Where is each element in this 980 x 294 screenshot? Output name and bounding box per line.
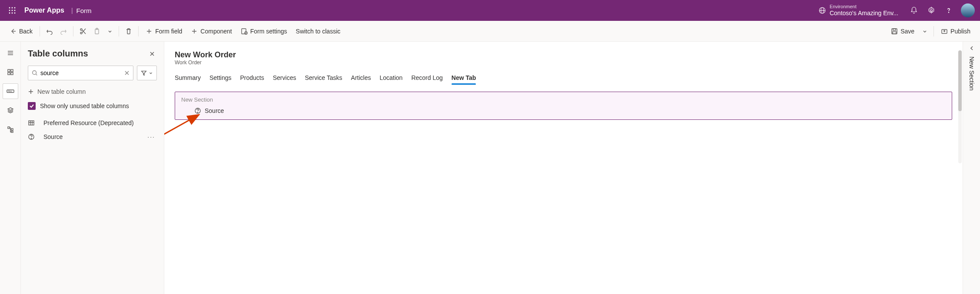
paste-dropdown[interactable] xyxy=(104,26,116,36)
filter-icon xyxy=(141,70,147,76)
rail-tree[interactable] xyxy=(3,122,18,137)
field-source[interactable]: Source xyxy=(181,106,946,115)
hamburger-icon xyxy=(7,50,14,56)
search-input[interactable] xyxy=(40,69,124,76)
form-section[interactable]: New Section Source xyxy=(175,92,952,120)
breadcrumb-form[interactable]: Form xyxy=(76,7,92,14)
column-label: Source xyxy=(43,133,63,140)
table-icon xyxy=(28,119,39,126)
publish-icon xyxy=(941,28,948,35)
svg-rect-30 xyxy=(8,127,10,129)
save-dropdown[interactable] xyxy=(919,26,931,36)
rail-hamburger[interactable] xyxy=(3,45,18,61)
form-settings-icon xyxy=(241,28,248,35)
settings-icon[interactable] xyxy=(923,2,940,19)
expand-right-panel-button[interactable] xyxy=(969,45,975,51)
right-panel-collapsed: New Section xyxy=(963,42,980,294)
rail-layers[interactable] xyxy=(3,102,18,118)
paste-button[interactable] xyxy=(90,25,104,37)
chevron-down-icon xyxy=(149,71,153,75)
scissors-icon xyxy=(80,28,86,35)
tab-service-tasks[interactable]: Service Tasks xyxy=(305,72,342,86)
breadcrumb-separator: | xyxy=(71,7,73,14)
environment-picker[interactable]: Environment Contoso's Amazing Env... xyxy=(818,4,898,17)
tab-summary[interactable]: Summary xyxy=(175,72,201,86)
user-avatar[interactable] xyxy=(961,3,975,17)
redo-button[interactable] xyxy=(56,25,70,37)
plus-icon xyxy=(28,89,34,95)
right-panel-label[interactable]: New Section xyxy=(968,56,975,91)
rail-table-columns[interactable]: Abc xyxy=(3,83,18,99)
help-icon[interactable] xyxy=(940,2,957,19)
search-icon xyxy=(32,70,38,76)
chevron-down-icon xyxy=(922,29,927,34)
save-button[interactable]: Save xyxy=(887,25,919,37)
panel-title: Table columns xyxy=(28,49,88,59)
search-box[interactable] xyxy=(28,66,133,80)
column-more-button[interactable]: ··· xyxy=(146,133,157,140)
svg-point-1 xyxy=(12,7,13,9)
column-item-preferred-resource[interactable]: Preferred Resource (Deprecated) xyxy=(28,116,157,130)
new-table-column-button[interactable]: New table column xyxy=(28,86,157,98)
new-column-label: New table column xyxy=(37,88,86,95)
cut-button[interactable] xyxy=(76,25,90,37)
form-subtitle: Work Order xyxy=(175,59,952,66)
show-unused-checkbox[interactable]: Show only unused table columns xyxy=(28,102,157,110)
tab-products[interactable]: Products xyxy=(240,72,264,86)
section-label: New Section xyxy=(181,96,946,103)
form-canvas: New Work Order Work Order Summary Settin… xyxy=(164,42,963,294)
publish-button[interactable]: Publish xyxy=(937,25,975,37)
undo-button[interactable] xyxy=(43,25,56,37)
clipboard-icon xyxy=(93,28,100,35)
svg-rect-27 xyxy=(11,73,13,75)
form-settings-label: Form settings xyxy=(250,28,287,35)
svg-point-13 xyxy=(948,12,949,13)
delete-button[interactable] xyxy=(122,25,136,37)
panel-close-button[interactable] xyxy=(147,49,157,59)
svg-point-3 xyxy=(9,10,10,11)
svg-rect-31 xyxy=(11,129,13,130)
svg-rect-18 xyxy=(242,29,246,34)
form-title: New Work Order xyxy=(175,50,952,59)
svg-point-4 xyxy=(12,10,13,11)
svg-text:Abc: Abc xyxy=(8,90,12,92)
svg-point-2 xyxy=(14,7,16,9)
rail-components[interactable] xyxy=(3,64,18,80)
tree-icon xyxy=(7,126,14,133)
close-icon xyxy=(124,70,130,76)
svg-rect-34 xyxy=(29,121,34,125)
back-label: Back xyxy=(19,28,33,35)
tab-new-tab[interactable]: New Tab xyxy=(452,72,476,86)
component-button[interactable]: Component xyxy=(186,25,236,37)
tab-articles[interactable]: Articles xyxy=(351,72,371,86)
svg-point-38 xyxy=(197,112,198,112)
form-field-button[interactable]: Form field xyxy=(141,25,186,37)
app-launcher-icon[interactable] xyxy=(5,3,19,17)
tab-location[interactable]: Location xyxy=(379,72,402,86)
switch-classic-button[interactable]: Switch to classic xyxy=(292,25,345,37)
app-title[interactable]: Power Apps xyxy=(24,7,64,14)
svg-point-12 xyxy=(930,10,933,12)
scrollbar[interactable] xyxy=(958,50,962,163)
column-item-source[interactable]: Source ··· xyxy=(28,130,157,144)
tab-settings[interactable]: Settings xyxy=(209,72,232,86)
notifications-icon[interactable] xyxy=(905,2,923,19)
tab-services[interactable]: Services xyxy=(273,72,296,86)
publish-label: Publish xyxy=(950,28,970,35)
svg-rect-26 xyxy=(8,73,10,75)
plus-icon xyxy=(191,28,198,35)
svg-point-6 xyxy=(9,13,10,14)
left-rail: Abc xyxy=(0,42,21,294)
show-unused-label: Show only unused table columns xyxy=(40,102,129,109)
environment-label: Environment xyxy=(830,4,898,10)
clear-search-button[interactable] xyxy=(124,70,130,76)
component-label: Component xyxy=(200,28,232,35)
svg-rect-25 xyxy=(11,69,13,72)
filter-button[interactable] xyxy=(137,66,157,80)
tab-record-log[interactable]: Record Log xyxy=(411,72,442,86)
form-settings-button[interactable]: Form settings xyxy=(236,25,292,37)
svg-point-36 xyxy=(31,138,31,139)
back-button[interactable]: Back xyxy=(5,25,37,37)
svg-point-5 xyxy=(14,10,16,11)
question-circle-icon xyxy=(28,133,39,140)
